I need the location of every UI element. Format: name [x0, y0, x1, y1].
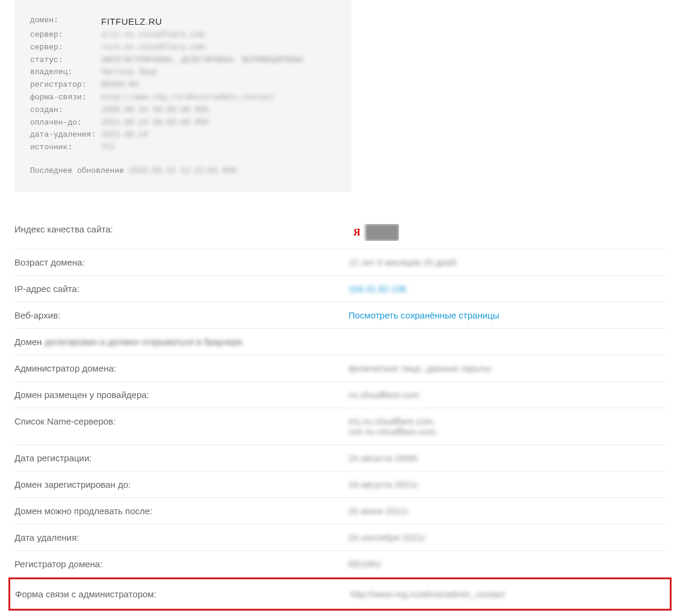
- whois-value: 2021.08.24 00:00:00 MSK: [101, 117, 209, 129]
- info-label: Возраст домена:: [14, 257, 348, 267]
- info-value: 24 августа 2021г.: [348, 479, 419, 490]
- whois-key: сервер:: [30, 42, 101, 54]
- yandex-logo-icon: Я: [348, 224, 365, 241]
- info-row: Возраст домена:12 лет 0 месяцев 25 дней: [14, 249, 666, 276]
- info-value: 24 сентября 2021г.: [348, 532, 427, 543]
- whois-row: владелец:Частное Лицо: [30, 66, 336, 79]
- info-inline: Домен делегирован и должен открываться в…: [14, 337, 245, 347]
- whois-key: создан:: [30, 104, 101, 117]
- info-row: Домен зарегистрирован до:24 августа 2021…: [14, 471, 666, 498]
- whois-row: форма-связи:http://www.reg.ru/whois/admi…: [30, 92, 336, 104]
- whois-row: сервер:rick.ns.cloudflare.com.: [30, 42, 336, 54]
- info-value: REGRU: [348, 559, 381, 569]
- whois-row: источник:TCI: [30, 142, 336, 154]
- whois-key: домен:: [30, 14, 101, 29]
- info-value: 12 лет 0 месяцев 25 дней: [348, 257, 456, 267]
- info-label: Домен можно продлевать после:: [14, 506, 348, 516]
- yandex-score-value: [365, 224, 399, 241]
- whois-row: домен:FITFUELZ.RU: [30, 14, 336, 29]
- info-label: Индекс качества сайта:: [14, 224, 348, 241]
- whois-value: http://www.reg.ru/whois/admin_contact: [101, 92, 275, 104]
- info-label: Регистратор домена:: [14, 559, 348, 569]
- info-label: Администратор домена:: [14, 363, 348, 373]
- whois-key: дата-удаления:: [30, 129, 101, 142]
- whois-value: rick.ns.cloudflare.com.: [101, 42, 209, 54]
- info-row: Список Name-серверов:iris.ns.cloudflare.…: [14, 408, 666, 445]
- info-row: Дата регистрации:24 августа 2008г.: [14, 445, 666, 471]
- info-label: Форма связи с администратором:: [15, 589, 350, 599]
- info-row: Домен делегирован и должен открываться в…: [14, 329, 666, 355]
- whois-raw-block: домен:FITFUELZ.RUсервер:iris.ns.cloudfla…: [14, 0, 351, 192]
- info-row: IP-адрес сайта:104.31.82.136: [14, 276, 666, 302]
- whois-value: TCI: [101, 142, 115, 154]
- whois-value: 2021.09.24: [101, 129, 148, 142]
- whois-value: ЗАРЕГИСТРИРОВАН, ДЕЛЕГИРОВАН, ВЕРИФИЦИРО…: [101, 54, 303, 67]
- domain-info-table: Индекс качества сайта:ЯВозраст домена:12…: [14, 216, 666, 616]
- info-row: Домен размещен у провайдера:ns.cloudflar…: [14, 382, 666, 408]
- info-row: Регистратор домена:REGRU: [14, 551, 666, 577]
- info-label: Домен размещен у провайдера:: [14, 390, 348, 400]
- whois-key: владелец:: [30, 66, 101, 79]
- info-value: 25 июня 2021г.: [348, 506, 410, 516]
- whois-value: 2008.08.24 00:00:00 MSK: [101, 104, 209, 117]
- whois-row: создан:2008.08.24 00:00:00 MSK: [30, 104, 336, 117]
- whois-row: сервер:iris.ns.cloudflare.com.: [30, 29, 336, 42]
- info-value: http://www.reg.ru/whois/admin_contact: [350, 589, 505, 599]
- info-row: Форма связи с администратором:http://www…: [8, 577, 672, 611]
- info-label: IP-адрес сайта:: [14, 284, 348, 294]
- whois-key: статус:: [30, 54, 101, 67]
- whois-value: FITFUELZ.RU: [101, 14, 162, 29]
- whois-key: регистратор:: [30, 79, 101, 92]
- info-value: физическое лицо, данные скрыты: [348, 363, 491, 373]
- info-row: Индекс качества сайта:Я: [14, 216, 666, 249]
- whois-key: оплачен-до:: [30, 117, 101, 129]
- info-label: Домен зарегистрирован до:: [14, 479, 348, 490]
- info-label: Список Name-серверов:: [14, 416, 348, 437]
- info-row: Веб-архив:Посмотреть сохранённые страниц…: [14, 302, 666, 329]
- whois-value: REGRU-RU: [101, 79, 138, 92]
- info-row: Домен можно продлевать после:25 июня 202…: [14, 498, 666, 524]
- whois-row: регистратор:REGRU-RU: [30, 79, 336, 92]
- info-value: iris.ns.cloudflare.com.rick.ns.cloudflar…: [348, 416, 438, 437]
- whois-row: оплачен-до:2021.08.24 00:00:00 MSK: [30, 117, 336, 129]
- yandex-quality-badge: Я: [348, 224, 399, 241]
- whois-last-update: Последнее обновление 2020.09.15 12:21:01…: [30, 165, 336, 178]
- info-label: Дата удаления:: [14, 532, 348, 543]
- whois-row: дата-удаления:2021.09.24: [30, 129, 336, 142]
- info-row: Информация по домену получена 15 сентябр…: [14, 611, 666, 616]
- whois-value: Частное Лицо: [101, 66, 158, 79]
- whois-row: статус:ЗАРЕГИСТРИРОВАН, ДЕЛЕГИРОВАН, ВЕР…: [30, 54, 336, 67]
- info-row: Дата удаления:24 сентября 2021г.: [14, 524, 666, 551]
- whois-key: источник:: [30, 142, 101, 154]
- info-value-link[interactable]: Посмотреть сохранённые страницы: [348, 310, 499, 320]
- info-value-link[interactable]: 104.31.82.136: [348, 284, 406, 294]
- whois-key: форма-связи:: [30, 92, 101, 104]
- info-value: ns.cloudflare.com: [348, 390, 419, 400]
- info-row: Администратор домена:физическое лицо, да…: [14, 355, 666, 382]
- info-value: 24 августа 2008г.: [348, 453, 419, 463]
- info-label: Веб-архив:: [14, 310, 348, 320]
- whois-key: сервер:: [30, 29, 101, 42]
- whois-value: iris.ns.cloudflare.com.: [101, 29, 209, 42]
- info-label: Дата регистрации:: [14, 453, 348, 463]
